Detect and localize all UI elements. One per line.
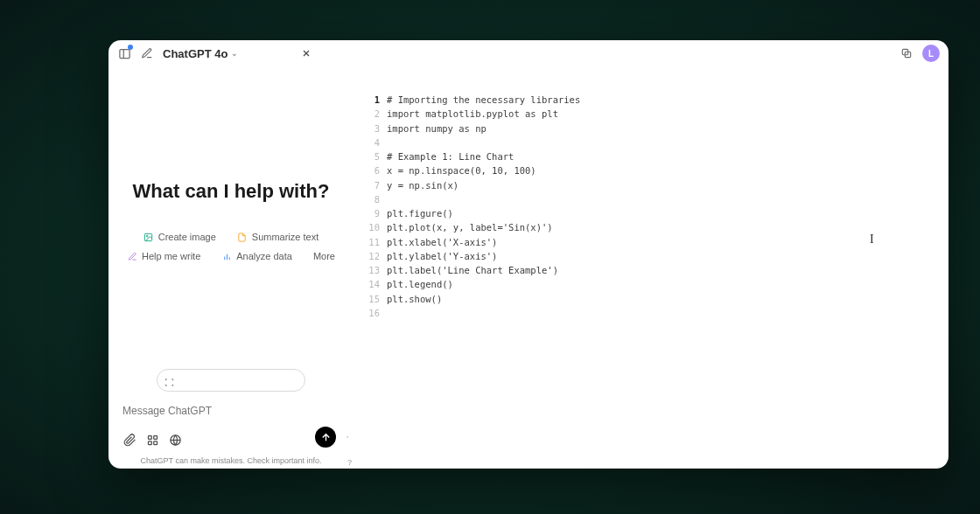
attach-icon[interactable] (122, 433, 136, 447)
titlebar: ChatGPT 4o ⌄ L (108, 40, 948, 66)
svg-rect-14 (153, 441, 157, 444)
svg-rect-12 (153, 435, 157, 439)
copy-icon[interactable] (900, 46, 914, 60)
line-numbers: 12345678910111213141516 (366, 93, 387, 456)
svg-rect-0 (119, 49, 129, 58)
svg-point-7 (146, 235, 148, 237)
welcome-heading: What can I help with? (133, 180, 330, 203)
svg-rect-11 (148, 435, 151, 439)
suggestion-help-write[interactable]: Help me write (122, 248, 205, 264)
chevron-down-icon: ⌄ (231, 49, 238, 58)
help-icon[interactable]: ? (347, 458, 352, 467)
close-icon[interactable] (299, 46, 313, 60)
suggestion-create-image[interactable]: Create image (139, 229, 220, 245)
sidebar-toggle-icon[interactable] (117, 46, 131, 60)
chart-icon (221, 251, 232, 261)
app-window: ChatGPT 4o ⌄ L What can I help with? Cre… (108, 40, 948, 469)
suggestion-row: Create image Summarize text Help me writ… (108, 229, 354, 264)
message-input[interactable] (122, 400, 340, 421)
new-chat-icon[interactable] (140, 46, 154, 60)
chat-pane: What can I help with? Create image Summa… (108, 66, 354, 469)
suggestion-more[interactable]: More (309, 248, 340, 264)
code-pane: 12345678910111213141516 # Importing the … (354, 66, 948, 469)
pencil-icon (127, 251, 137, 261)
composer: ‚ ChatGPT can make mistakes. Check impor… (108, 400, 354, 469)
code-content[interactable]: # Importing the necessary libraries impo… (387, 93, 580, 456)
model-name: ChatGPT 4o (163, 47, 228, 60)
tools-icon[interactable] (145, 433, 159, 447)
text-cursor-icon: I (870, 233, 874, 247)
suggestion-summarize-text[interactable]: Summarize text (233, 229, 323, 245)
svg-rect-13 (148, 441, 151, 444)
focus-icon (164, 375, 175, 386)
document-icon (237, 232, 248, 242)
attachment-pill[interactable] (157, 369, 305, 392)
image-icon (144, 232, 154, 242)
disclaimer-text: ChatGPT can make mistakes. Check importa… (122, 456, 340, 465)
suggestion-analyze-data[interactable]: Analyze data (217, 248, 297, 264)
globe-icon[interactable] (168, 433, 182, 447)
model-selector[interactable]: ChatGPT 4o ⌄ (163, 47, 238, 60)
send-button[interactable]: ‚ (315, 427, 336, 448)
avatar[interactable]: L (922, 45, 940, 62)
send-hint: ‚ (346, 430, 348, 439)
